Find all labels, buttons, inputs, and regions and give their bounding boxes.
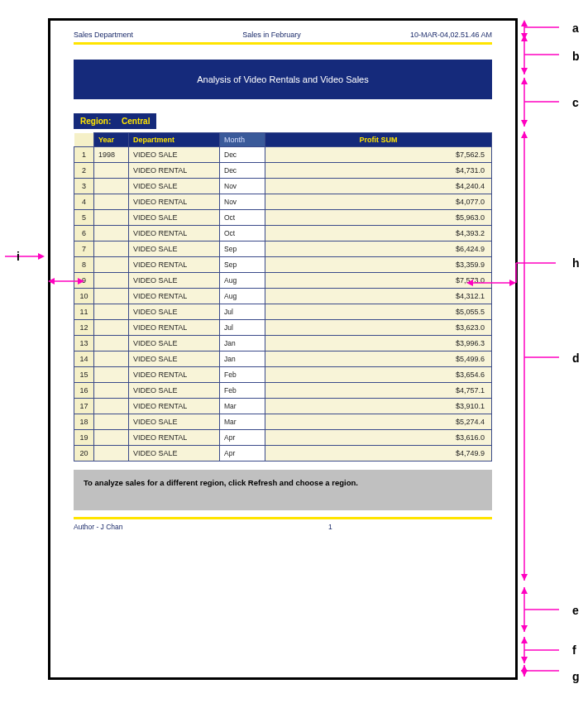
- cell-index: 4: [74, 194, 94, 210]
- cell-department: VIDEO SALE: [129, 147, 220, 163]
- cell-index: 2: [74, 163, 94, 179]
- cell-month: Jul: [220, 304, 265, 320]
- svg-marker-22: [521, 657, 528, 663]
- note-box: To analyze sales for a different region,…: [74, 470, 492, 510]
- cell-month: Jul: [220, 320, 265, 336]
- table-row: 11998VIDEO SALEDec$7,562.5: [74, 147, 492, 163]
- svg-marker-1: [521, 20, 528, 26]
- table-row: 2VIDEO RENTALDec$4,731.0: [74, 163, 492, 179]
- svg-marker-3: [521, 33, 528, 40]
- table-row: 14VIDEO SALEJan$5,499.6: [74, 352, 492, 367]
- cell-month: Apr: [220, 430, 265, 446]
- table-row: 19VIDEO RENTALApr$3,616.0: [74, 430, 492, 446]
- cell-year: [94, 194, 129, 210]
- annotation-h: h: [572, 256, 580, 270]
- cell-department: VIDEO SALE: [129, 304, 220, 320]
- cell-index: 8: [74, 257, 94, 273]
- cell-profit: $7,562.5: [265, 147, 492, 163]
- annotation-b: b: [572, 50, 580, 63]
- footer-page-number: 1: [237, 523, 492, 531]
- svg-marker-26: [521, 670, 528, 677]
- annotation-f: f: [572, 643, 576, 657]
- cell-month: Sep: [220, 257, 265, 273]
- cell-year: [94, 289, 129, 304]
- table-row: 11VIDEO SALEJul$5,055.5: [74, 304, 492, 320]
- cell-month: Nov: [220, 194, 265, 210]
- table-row: 12VIDEO RENTALJul$3,623.0: [74, 320, 492, 336]
- col-month: Month: [220, 133, 265, 147]
- cell-department: VIDEO SALE: [129, 446, 220, 461]
- region-label: Region:: [80, 117, 111, 126]
- cell-department: VIDEO SALE: [129, 383, 220, 399]
- cell-department: VIDEO RENTAL: [129, 430, 220, 446]
- cell-month: Jan: [220, 336, 265, 352]
- cell-index: 12: [74, 320, 94, 336]
- table-row: 3VIDEO SALENov$4,240.4: [74, 179, 492, 194]
- cell-month: Feb: [220, 383, 265, 399]
- cell-index: 20: [74, 446, 94, 461]
- cell-profit: $5,055.5: [265, 304, 492, 320]
- cell-department: VIDEO SALE: [129, 414, 220, 430]
- cell-department: VIDEO SALE: [129, 273, 220, 289]
- cell-year: [94, 226, 129, 242]
- cell-profit: $3,359.9: [265, 257, 492, 273]
- table-row: 6VIDEO RENTALOct$4,393.2: [74, 226, 492, 242]
- col-profit: Profit SUM: [265, 133, 492, 147]
- cell-profit: $4,077.0: [265, 194, 492, 210]
- svg-marker-6: [521, 68, 528, 74]
- footer-author: Author - J Chan: [74, 523, 237, 531]
- header-right: 10-MAR-04,02.51.46 AM: [410, 31, 492, 39]
- cell-department: VIDEO SALE: [129, 352, 220, 367]
- cell-year: [94, 242, 129, 257]
- cell-month: Nov: [220, 179, 265, 194]
- cell-month: Dec: [220, 163, 265, 179]
- cell-year: [94, 367, 129, 383]
- table-row: 9VIDEO SALEAug$7,573.0: [74, 273, 492, 289]
- cell-month: Mar: [220, 414, 265, 430]
- cell-department: VIDEO RENTAL: [129, 226, 220, 242]
- cell-year: [94, 257, 129, 273]
- annotation-e: e: [572, 604, 579, 617]
- cell-profit: $3,616.0: [265, 430, 492, 446]
- cell-index: 9: [74, 273, 94, 289]
- cell-profit: $5,499.6: [265, 352, 492, 367]
- cell-month: Mar: [220, 399, 265, 414]
- cell-profit: $3,623.0: [265, 320, 492, 336]
- svg-marker-10: [521, 120, 528, 127]
- annotation-c: c: [572, 96, 579, 109]
- cell-department: VIDEO RENTAL: [129, 163, 220, 179]
- svg-marker-5: [521, 35, 528, 41]
- col-index: [74, 133, 94, 147]
- annotation-d: d: [572, 352, 580, 365]
- cell-year: [94, 430, 129, 446]
- cell-profit: $3,654.6: [265, 367, 492, 383]
- page-header: Sales Department Sales in February 10-MA…: [74, 31, 492, 41]
- report-page: Sales Department Sales in February 10-MA…: [48, 18, 518, 680]
- cell-profit: $3,996.3: [265, 336, 492, 352]
- table-row: 15VIDEO RENTALFeb$3,654.6: [74, 367, 492, 383]
- cell-department: VIDEO RENTAL: [129, 257, 220, 273]
- svg-marker-9: [521, 78, 528, 84]
- annotation-i: i: [17, 250, 20, 263]
- cell-index: 14: [74, 352, 94, 367]
- header-left: Sales Department: [74, 31, 133, 39]
- report-title: Analysis of Video Rentals and Video Sale…: [74, 60, 492, 99]
- table-row: 18VIDEO SALEMar$5,274.4: [74, 414, 492, 430]
- cell-profit: $4,731.0: [265, 163, 492, 179]
- cell-index: 5: [74, 210, 94, 226]
- cell-profit: $4,757.1: [265, 383, 492, 399]
- cell-department: VIDEO SALE: [129, 179, 220, 194]
- cell-department: VIDEO RENTAL: [129, 399, 220, 414]
- cell-profit: $3,910.1: [265, 399, 492, 414]
- cell-year: [94, 320, 129, 336]
- page-footer: Author - J Chan 1: [74, 523, 492, 531]
- cell-year: [94, 336, 129, 352]
- cell-department: VIDEO SALE: [129, 336, 220, 352]
- cell-index: 6: [74, 226, 94, 242]
- cell-profit: $7,573.0: [265, 273, 492, 289]
- table-row: 13VIDEO SALEJan$3,996.3: [74, 336, 492, 352]
- cell-month: Aug: [220, 289, 265, 304]
- cell-year: [94, 352, 129, 367]
- cell-index: 10: [74, 289, 94, 304]
- annotation-a: a: [572, 22, 579, 35]
